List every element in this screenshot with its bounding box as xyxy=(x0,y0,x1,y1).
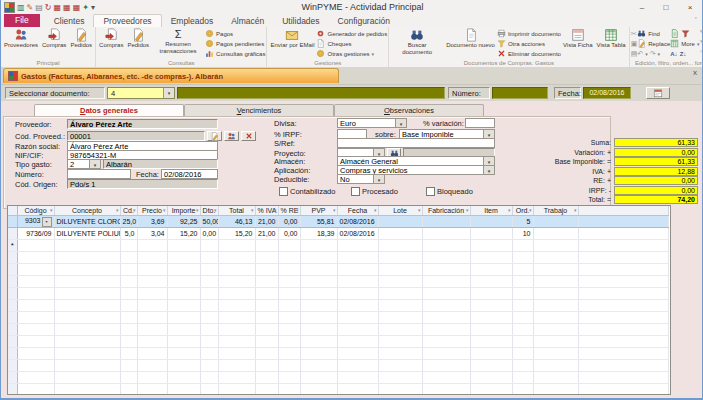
col-cd[interactable]: Cd. xyxy=(120,206,137,216)
redo-dropdown-icon[interactable]: ▾ xyxy=(658,51,661,57)
pedidos-button[interactable]: Pedidos xyxy=(68,27,94,49)
find-button[interactable]: Find xyxy=(637,29,670,38)
col-pvp[interactable]: PVP xyxy=(300,206,337,216)
consultas-compras-button[interactable]: Compras xyxy=(97,27,125,49)
vista-tabla-button[interactable]: Vista Tabla xyxy=(595,27,628,49)
close-button[interactable]: × xyxy=(678,1,702,14)
filter-by-form-icon[interactable] xyxy=(670,29,679,38)
col-item[interactable]: Item xyxy=(470,206,512,216)
database-icon[interactable]: ▦ xyxy=(73,3,81,12)
tab-proveedores[interactable]: Proveedores xyxy=(93,14,161,27)
variacion-field[interactable] xyxy=(465,118,495,128)
col-precio[interactable]: Precio xyxy=(137,206,167,216)
col-re[interactable]: % RE xyxy=(278,206,300,216)
tab-clientes[interactable]: Clientes xyxy=(45,15,94,27)
tipo-gasto-combo[interactable]: 2 ▾ xyxy=(67,159,101,169)
tab-empleados[interactable]: Empleados xyxy=(162,15,223,27)
consultas-graficas-button[interactable]: Consultas gráficas xyxy=(205,49,265,58)
numero-doc-field[interactable] xyxy=(67,169,131,179)
cell-combo-icon[interactable]: ▾ xyxy=(42,217,52,227)
redo-icon[interactable]: ↷ xyxy=(650,50,656,58)
tab-configuracion[interactable]: Configuración xyxy=(329,15,399,27)
panel-close-icon[interactable]: x xyxy=(693,69,697,77)
otras-gestiones-button[interactable]: Otras gestiones ▾ xyxy=(316,49,387,58)
col-lote[interactable]: Lote xyxy=(378,206,422,216)
col-ord[interactable]: Ord. xyxy=(512,206,533,216)
combo-dropdown-icon[interactable]: ▾ xyxy=(483,166,494,174)
minimize-button[interactable]: – xyxy=(630,1,654,14)
selection-button[interactable]: Selection ▾ xyxy=(699,29,702,38)
combo-dropdown-icon[interactable]: ▾ xyxy=(483,157,494,165)
refresh-icon[interactable]: ↻ xyxy=(45,3,52,12)
generador-pedidos-button[interactable]: Generador de pedidos xyxy=(316,29,387,38)
supplier-card-button[interactable] xyxy=(224,131,239,141)
replace-button[interactable]: Replace xyxy=(637,39,670,48)
col-total[interactable]: Total xyxy=(218,206,255,216)
tab-almacen[interactable]: Almacén xyxy=(222,15,273,27)
database-icon[interactable]: ▦ xyxy=(54,3,62,12)
documento-nuevo-button[interactable]: Documento nuevo xyxy=(444,27,497,49)
bloqueado-checkbox[interactable] xyxy=(426,187,435,196)
col-iva[interactable]: % IVA xyxy=(255,206,278,216)
eliminar-documento-button[interactable]: Eliminar documento xyxy=(497,49,561,58)
procesado-checkbox[interactable] xyxy=(351,187,360,196)
tab-datos-generales[interactable]: Datos generales xyxy=(34,104,184,116)
tab-utilidades[interactable]: Utilidades xyxy=(273,15,328,27)
paste-button[interactable]: ▤ xyxy=(631,49,638,58)
buscar-documento-button[interactable]: Buscar documento xyxy=(390,27,444,56)
calendar-button[interactable] xyxy=(646,87,670,99)
col-importe[interactable]: Importe xyxy=(167,206,200,216)
otra-acciones-button[interactable]: Otra acciones xyxy=(497,39,561,48)
contabilizado-checkbox[interactable] xyxy=(279,187,288,196)
cod-proveed-field[interactable]: 00001 xyxy=(67,131,205,141)
col-codigo[interactable]: Código xyxy=(17,206,54,216)
proveedores-button[interactable]: Proveedores xyxy=(2,27,40,49)
database-icon[interactable]: ▦ xyxy=(63,3,71,12)
ribbon-collapse-icon[interactable]: ◦ xyxy=(695,14,697,21)
cut-button[interactable]: ✂ xyxy=(631,29,638,38)
tab-observaciones[interactable]: Observaciones xyxy=(334,104,484,116)
tools-icon[interactable]: ✦ xyxy=(82,3,89,12)
app-icon[interactable] xyxy=(4,2,15,13)
resumen-transacciones-button[interactable]: Σ Resumen transacciones xyxy=(151,27,205,55)
col-concepto[interactable]: Concepto xyxy=(54,206,120,216)
numero-field[interactable] xyxy=(492,87,548,99)
enviar-email-button[interactable]: Enviar por EMail xyxy=(268,27,316,49)
sort-descending-icon[interactable]: Z↓ xyxy=(680,51,687,57)
combo-dropdown-icon[interactable]: ▾ xyxy=(89,160,100,168)
new-doc-icon[interactable]: ▤ xyxy=(35,3,43,12)
combo-dropdown-icon[interactable]: ▾ xyxy=(163,88,174,98)
advanced-button[interactable]: Advanced ▾ xyxy=(699,39,702,48)
sref-field[interactable] xyxy=(337,138,495,148)
tab-file[interactable]: File xyxy=(4,14,40,27)
fecha-doc-field[interactable]: 02/08/2016 xyxy=(161,169,218,179)
more-button[interactable]: More ▾ xyxy=(670,39,699,48)
maximize-button[interactable]: □ xyxy=(654,1,678,14)
col-fabricacion[interactable]: Fabricación xyxy=(422,206,470,216)
combo-dropdown-icon[interactable]: ▾ xyxy=(483,130,494,138)
grid-row-1[interactable]: ▾9303 DILUYENTE CLOROCAU 25,0 3,69 92,25… xyxy=(8,216,668,228)
copy-button[interactable]: ▣ xyxy=(631,39,638,48)
document-selector-combo[interactable]: 4 ▾ xyxy=(107,87,175,99)
line-items-grid[interactable]: Código Concepto Cd. Precio Importe Dto. … xyxy=(7,205,671,395)
fecha-field[interactable]: 02/08/2016 xyxy=(583,87,631,99)
grid-new-row[interactable]: * xyxy=(8,240,668,252)
pagos-button[interactable]: Pagos xyxy=(205,29,265,38)
divisa-combo[interactable]: Euro ▾ xyxy=(337,118,407,128)
filter-red-icon[interactable] xyxy=(681,29,690,38)
edit-supplier-button[interactable] xyxy=(207,131,222,141)
cheques-button[interactable]: Cheques xyxy=(316,39,387,48)
compras-button[interactable]: Compras xyxy=(40,27,68,49)
chart-icon[interactable]: ▥ xyxy=(17,3,25,12)
proveedor-field[interactable]: Álvaro Pérez Arte xyxy=(67,119,218,129)
pencil-icon[interactable]: ✎ xyxy=(27,3,34,12)
clear-supplier-button[interactable] xyxy=(241,131,256,141)
undo-icon[interactable]: ↶ xyxy=(637,50,643,58)
deducible-combo[interactable]: No ▾ xyxy=(337,174,385,184)
sort-ascending-icon[interactable]: A↓ xyxy=(670,51,677,57)
col-dto[interactable]: Dto. xyxy=(200,206,218,216)
vista-ficha-button[interactable]: Vista Ficha xyxy=(561,27,595,49)
col-fecha[interactable]: Fecha xyxy=(337,206,378,216)
toggle-filter-button[interactable]: Toggle Filter xyxy=(699,49,702,58)
imprimir-documento-button[interactable]: Imprimir documento xyxy=(497,29,561,38)
